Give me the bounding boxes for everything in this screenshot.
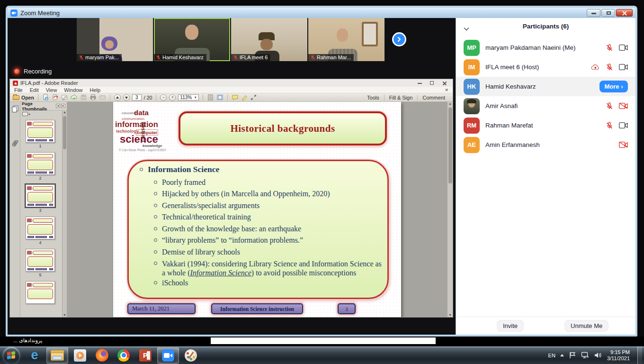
- fit-page-icon[interactable]: [216, 94, 224, 100]
- zoom-icon: [162, 349, 174, 362]
- participant-row-ifla-host[interactable]: IM IFLA meet 6 (Host): [456, 57, 635, 77]
- scroll-down-icon[interactable]: ▼: [63, 313, 67, 317]
- minimize-button[interactable]: [587, 9, 600, 17]
- start-button[interactable]: [3, 347, 20, 364]
- scrolling-mode-icon[interactable]: [207, 94, 214, 100]
- menubar-close-icon[interactable]: ✕: [445, 88, 448, 92]
- pdf-close-button[interactable]: [442, 81, 447, 85]
- sign-icon[interactable]: [61, 94, 68, 101]
- show-desktop-button[interactable]: [637, 346, 642, 364]
- volume-icon[interactable]: [594, 352, 602, 359]
- page-thumbnails-icon[interactable]: [11, 105, 19, 112]
- taskbar-internet-explorer[interactable]: e: [24, 347, 45, 364]
- taskbar-clock[interactable]: 9:15 PM 3/11/2021: [607, 349, 633, 362]
- unmute-me-button[interactable]: Unmute Me: [564, 320, 608, 332]
- tools-button[interactable]: Tools: [362, 95, 384, 100]
- pdf-minimize-button[interactable]: [418, 81, 422, 85]
- print-icon[interactable]: [89, 94, 97, 101]
- send-cloud-icon[interactable]: [71, 94, 78, 101]
- close-button[interactable]: [616, 9, 633, 17]
- video-tile-ifla[interactable]: IFLA meet 6: [231, 18, 307, 61]
- doc-scroll-up-icon[interactable]: ▲: [447, 102, 453, 105]
- language-indicator[interactable]: EN: [548, 353, 555, 358]
- video-tile-rahman[interactable]: Rahman Mar...: [308, 18, 385, 61]
- open-button[interactable]: Open: [13, 95, 34, 100]
- bullet-item: Technical/theoretical training: [154, 211, 382, 223]
- scroll-up-icon[interactable]: ▲: [63, 110, 67, 114]
- zoom-level-select[interactable]: 113%▼: [178, 94, 199, 100]
- taskbar-zoom[interactable]: [157, 347, 179, 364]
- zoom-meeting-window: Zoom Meeting maryam Pak...: [6, 6, 637, 337]
- page-thumbnail-6[interactable]: [26, 281, 55, 304]
- action-center-flag-icon[interactable]: [569, 352, 576, 359]
- pdf-maximize-button[interactable]: [430, 81, 435, 85]
- zoom-titlebar[interactable]: Zoom Meeting: [8, 8, 635, 18]
- page-thumbnail-3-selected[interactable]: [26, 184, 55, 207]
- taskbar-powerpoint[interactable]: P: [134, 347, 156, 364]
- show-hidden-icons-button[interactable]: [560, 354, 564, 356]
- menu-help[interactable]: Help: [89, 87, 100, 93]
- participant-row-maryam[interactable]: MP maryam Pakdaman Naeini (Me): [456, 38, 635, 57]
- attachments-icon[interactable]: [10, 138, 20, 149]
- video-tile-maryam[interactable]: maryam Pak...: [77, 18, 153, 61]
- taskbar-media-player[interactable]: [69, 347, 91, 364]
- network-icon[interactable]: [581, 352, 590, 359]
- participant-row-hamid[interactable]: HK Hamid Keshavarz More ›: [456, 77, 635, 96]
- taskbar-paint[interactable]: [180, 347, 202, 364]
- page-thumbnail-5[interactable]: [26, 249, 55, 272]
- pdf-menubar: File Edit View Window Help ✕: [10, 87, 453, 93]
- thumbnails-scrollbar[interactable]: ▲ ▼: [62, 110, 67, 317]
- previous-page-button[interactable]: [114, 94, 121, 101]
- taskbar-windows-explorer[interactable]: [46, 347, 68, 364]
- avatar: AE: [464, 137, 480, 153]
- save-online-icon[interactable]: [42, 94, 49, 101]
- zoom-out-button[interactable]: −: [160, 94, 167, 101]
- menu-window[interactable]: Window: [64, 87, 82, 93]
- thumbnail-options-icon[interactable]: [22, 112, 28, 116]
- menu-edit[interactable]: Edit: [30, 87, 39, 93]
- slide-title: Historical backgrounds: [230, 123, 335, 135]
- mic-muted-icon: [606, 64, 613, 71]
- fill-sign-button[interactable]: Fill & Sign: [384, 95, 418, 100]
- next-videos-button[interactable]: [392, 32, 406, 46]
- mic-muted-icon: [606, 102, 613, 110]
- menu-view[interactable]: View: [46, 87, 57, 93]
- maximize-button[interactable]: [601, 9, 615, 17]
- more-button[interactable]: More ›: [599, 81, 628, 92]
- doc-scroll-down-icon[interactable]: ▼: [447, 313, 453, 317]
- page-thumbnail-1[interactable]: [26, 120, 55, 143]
- panel-menu-icon[interactable]: ▸: [61, 104, 65, 108]
- taskbar-firefox[interactable]: [91, 347, 113, 364]
- export-pdf-icon[interactable]: [52, 94, 59, 101]
- pdf-nav-strip: [10, 102, 20, 317]
- next-page-button[interactable]: [123, 94, 130, 101]
- page-number-input[interactable]: [132, 94, 142, 100]
- highlight-icon[interactable]: [241, 94, 248, 100]
- bullet-heading: Information Science: [140, 164, 382, 175]
- save-icon[interactable]: [80, 94, 87, 101]
- panel-collapse-icon[interactable]: ◂: [56, 104, 60, 108]
- camera-off-icon: [619, 103, 628, 109]
- taskbar-chrome[interactable]: [113, 347, 134, 364]
- expand-icon[interactable]: [250, 94, 257, 100]
- participant-row-amin[interactable]: AE Amin Erfanmanesh: [456, 135, 635, 155]
- zoom-in-button[interactable]: +: [169, 94, 176, 101]
- participant-row-rahman[interactable]: RM Rahman Marefat: [456, 116, 635, 135]
- email-icon[interactable]: [99, 94, 106, 101]
- pdf-window-title: IFLA.pdf - Adobe Reader: [20, 80, 78, 86]
- comment-button[interactable]: Comment: [417, 95, 450, 100]
- avatar: HK: [464, 79, 480, 95]
- invite-button[interactable]: Invite: [497, 320, 524, 332]
- page-thumbnail-4[interactable]: [26, 217, 55, 239]
- page-thumbnails-panel: Page Thumbnails ◂ ▸: [20, 102, 67, 317]
- page-thumbnail-2[interactable]: [26, 152, 55, 175]
- menu-file[interactable]: File: [14, 87, 23, 93]
- participant-row-amir[interactable]: Amir Asnafi: [456, 96, 635, 116]
- comment-bubble-icon[interactable]: [232, 94, 239, 100]
- background-window-text: پروندادهای ...: [13, 337, 42, 344]
- desktop-strip: پروندادهای ...: [0, 337, 644, 346]
- camera-icon: [619, 45, 628, 51]
- pdf-titlebar[interactable]: IFLA.pdf - Adobe Reader: [10, 79, 453, 87]
- document-scrollbar[interactable]: ▲ ▼: [447, 102, 453, 317]
- video-tile-hamid[interactable]: Hamid Keshavarz: [154, 18, 230, 61]
